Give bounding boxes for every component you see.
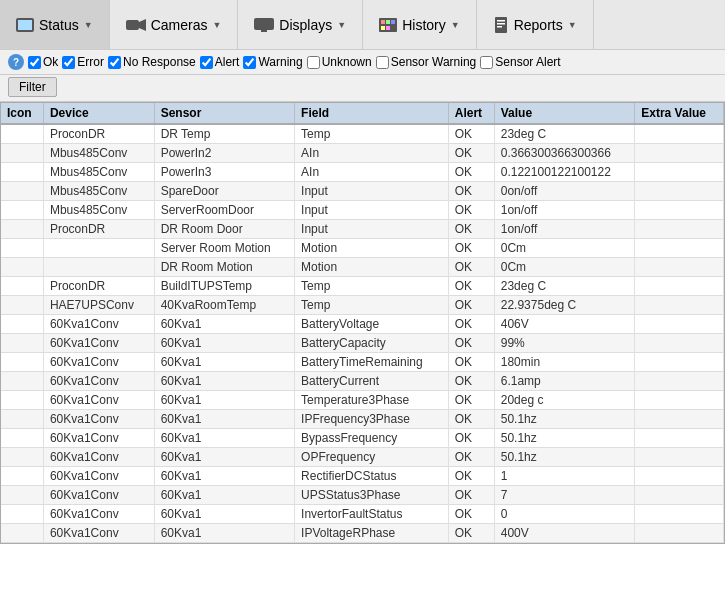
filter-alert-checkbox[interactable] xyxy=(200,56,213,69)
cell-device: 60Kva1Conv xyxy=(43,467,154,486)
cell-alert: OK xyxy=(448,334,494,353)
filter-sensor-warning[interactable]: Sensor Warning xyxy=(376,55,477,69)
cell-value: 0Cm xyxy=(494,239,635,258)
table-row: DR Room MotionMotionOK0Cm xyxy=(1,258,724,277)
cell-field: Temperature3Phase xyxy=(295,391,449,410)
nav-cameras[interactable]: Cameras ▼ xyxy=(110,0,239,49)
cell-extra xyxy=(635,144,724,163)
cell-extra xyxy=(635,467,724,486)
cell-alert: OK xyxy=(448,163,494,182)
cell-device: 60Kva1Conv xyxy=(43,448,154,467)
cell-sensor: 60Kva1 xyxy=(154,353,294,372)
table-row: ProconDRBuildITUPSTempTempOK23deg C xyxy=(1,277,724,296)
filter-sensor-alert[interactable]: Sensor Alert xyxy=(480,55,560,69)
cell-extra xyxy=(635,258,724,277)
displays-icon xyxy=(254,18,274,32)
filter-alert[interactable]: Alert xyxy=(200,55,240,69)
svg-rect-7 xyxy=(381,20,385,24)
nav-reports-label: Reports xyxy=(514,17,563,33)
filter-unknown-label: Unknown xyxy=(322,55,372,69)
filter-warning[interactable]: Warning xyxy=(243,55,302,69)
cell-alert: OK xyxy=(448,239,494,258)
nav-status-label: Status xyxy=(39,17,79,33)
filter-warning-checkbox[interactable] xyxy=(243,56,256,69)
status-dropdown-arrow: ▼ xyxy=(84,20,93,30)
cell-icon xyxy=(1,486,43,505)
cell-value: 50.1hz xyxy=(494,429,635,448)
cell-device: 60Kva1Conv xyxy=(43,391,154,410)
table-row: ProconDRDR Room DoorInputOK1on/off xyxy=(1,220,724,239)
filter-unknown[interactable]: Unknown xyxy=(307,55,372,69)
cell-field: Temp xyxy=(295,124,449,144)
filter-button[interactable]: Filter xyxy=(8,77,57,97)
cell-value: 1on/off xyxy=(494,201,635,220)
cameras-dropdown-arrow: ▼ xyxy=(212,20,221,30)
filter-ok-checkbox[interactable] xyxy=(28,56,41,69)
table-row: Mbus485ConvPowerIn2AInOK0.36630036630036… xyxy=(1,144,724,163)
cell-device: 60Kva1Conv xyxy=(43,429,154,448)
cameras-icon xyxy=(126,18,146,32)
cell-extra xyxy=(635,277,724,296)
cell-extra xyxy=(635,524,724,543)
svg-rect-13 xyxy=(497,20,505,22)
status-icon xyxy=(16,18,34,32)
svg-rect-9 xyxy=(391,20,395,24)
svg-rect-11 xyxy=(386,26,390,30)
table-row: Server Room MotionMotionOK0Cm xyxy=(1,239,724,258)
filter-error-checkbox[interactable] xyxy=(62,56,75,69)
cell-icon xyxy=(1,410,43,429)
cell-icon xyxy=(1,448,43,467)
filter-ok[interactable]: Ok xyxy=(28,55,58,69)
cell-device: ProconDR xyxy=(43,124,154,144)
cell-icon xyxy=(1,239,43,258)
cell-value: 22.9375deg C xyxy=(494,296,635,315)
filter-unknown-checkbox[interactable] xyxy=(307,56,320,69)
cell-value: 1on/off xyxy=(494,220,635,239)
cell-value: 180min xyxy=(494,353,635,372)
table-row: Mbus485ConvPowerIn3AInOK0.12210012210012… xyxy=(1,163,724,182)
nav-history[interactable]: History ▼ xyxy=(363,0,476,49)
cell-field: Input xyxy=(295,182,449,201)
svg-rect-15 xyxy=(497,26,502,28)
cell-alert: OK xyxy=(448,429,494,448)
cell-extra xyxy=(635,486,724,505)
cell-device: 60Kva1Conv xyxy=(43,315,154,334)
filter-sensor-warning-checkbox[interactable] xyxy=(376,56,389,69)
cell-alert: OK xyxy=(448,448,494,467)
cell-alert: OK xyxy=(448,315,494,334)
nav-status[interactable]: Status ▼ xyxy=(0,0,110,49)
cell-value: 6.1amp xyxy=(494,372,635,391)
cell-extra xyxy=(635,163,724,182)
cell-field: BypassFrequency xyxy=(295,429,449,448)
cell-device: HAE7UPSConv xyxy=(43,296,154,315)
cell-extra xyxy=(635,448,724,467)
cell-field: IPVoltageRPhase xyxy=(295,524,449,543)
cell-alert: OK xyxy=(448,486,494,505)
cell-field: OPFrequency xyxy=(295,448,449,467)
svg-rect-2 xyxy=(126,20,139,30)
cell-sensor: PowerIn3 xyxy=(154,163,294,182)
cell-sensor: ServerRoomDoor xyxy=(154,201,294,220)
cell-icon xyxy=(1,144,43,163)
filter-no-response-checkbox[interactable] xyxy=(108,56,121,69)
table-row: 60Kva1Conv60Kva1UPSStatus3PhaseOK7 xyxy=(1,486,724,505)
table-row: ProconDRDR TempTempOK23deg C xyxy=(1,124,724,144)
cell-extra xyxy=(635,296,724,315)
cell-alert: OK xyxy=(448,505,494,524)
help-icon[interactable]: ? xyxy=(8,54,24,70)
filter-no-response[interactable]: No Response xyxy=(108,55,196,69)
svg-rect-5 xyxy=(261,30,267,32)
cell-field: IPFrequency3Phase xyxy=(295,410,449,429)
filter-sensor-alert-checkbox[interactable] xyxy=(480,56,493,69)
cell-value: 400V xyxy=(494,524,635,543)
nav-displays[interactable]: Displays ▼ xyxy=(238,0,363,49)
cell-alert: OK xyxy=(448,296,494,315)
svg-rect-10 xyxy=(381,26,385,30)
cell-field: BatteryTimeRemaining xyxy=(295,353,449,372)
filter-error[interactable]: Error xyxy=(62,55,104,69)
cell-device: ProconDR xyxy=(43,277,154,296)
cell-icon xyxy=(1,372,43,391)
nav-reports[interactable]: Reports ▼ xyxy=(477,0,594,49)
cell-field: BatteryVoltage xyxy=(295,315,449,334)
cell-alert: OK xyxy=(448,258,494,277)
